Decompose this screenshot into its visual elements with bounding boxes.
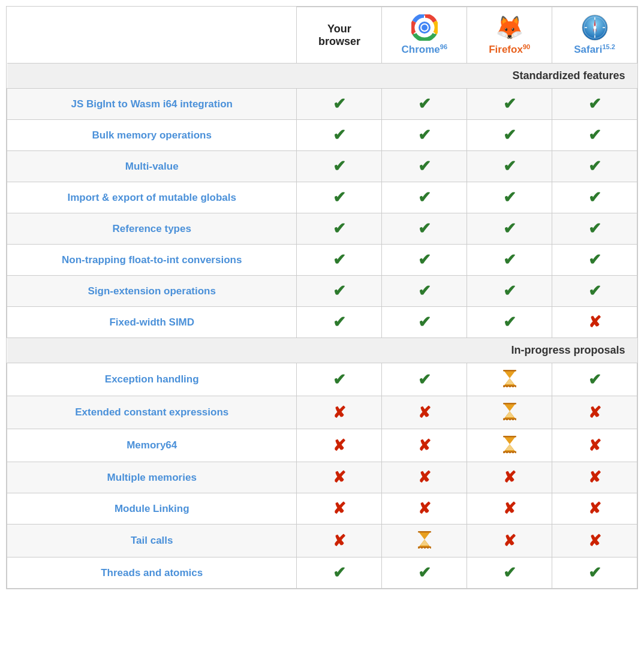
svg-marker-30	[505, 444, 514, 450]
table-row: Reference types✔✔✔✔	[7, 213, 637, 245]
cross-icon: ✘	[382, 429, 467, 462]
svg-marker-28	[504, 436, 516, 444]
firefox-version: 90	[523, 43, 530, 50]
check-icon: ✔	[552, 151, 637, 182]
safari-header: Safari15.2	[552, 7, 637, 64]
svg-rect-31	[503, 436, 516, 438]
svg-marker-18	[505, 378, 514, 384]
hourglass-icon	[382, 525, 467, 557]
table-row: Multiple memories✘✘✘✘	[7, 462, 637, 493]
check-icon: ✔	[467, 245, 552, 276]
firefox-header: 🦊 Firefox90	[467, 7, 552, 64]
your-browser-label: Yourbrowser	[318, 23, 360, 47]
check-icon: ✔	[552, 245, 637, 276]
feature-name: Multiple memories	[7, 462, 297, 493]
check-icon: ✔	[382, 120, 467, 151]
table-row: Non-trapping float-to-int conversions✔✔✔…	[7, 245, 637, 276]
check-icon: ✔	[297, 245, 382, 276]
check-icon: ✔	[297, 151, 382, 182]
cross-icon: ✘	[297, 396, 382, 429]
check-icon: ✔	[382, 307, 467, 338]
table-row: Tail calls✘ ✘✘	[7, 525, 637, 557]
cross-icon: ✘	[297, 493, 382, 525]
cross-icon: ✘	[552, 429, 637, 462]
feature-name: Extended constant expressions	[7, 396, 297, 429]
table-row: Memory64✘✘ ✘	[7, 429, 637, 462]
table-row: Bulk memory operations✔✔✔✔	[7, 120, 637, 151]
feature-name: Memory64	[7, 429, 297, 462]
cross-icon: ✘	[552, 493, 637, 525]
cross-icon: ✘	[297, 429, 382, 462]
check-icon: ✔	[382, 276, 467, 307]
feature-name: Module Linking	[7, 493, 297, 525]
safari-label: Safari	[574, 44, 602, 55]
check-icon: ✔	[467, 557, 552, 589]
check-icon: ✔	[467, 276, 552, 307]
safari-icon	[557, 14, 632, 41]
check-icon: ✔	[467, 120, 552, 151]
cross-icon: ✘	[552, 462, 637, 493]
svg-rect-19	[503, 370, 516, 372]
table-row: Threads and atomics✔✔✔✔	[7, 557, 637, 589]
chrome-version: 96	[440, 43, 447, 50]
hourglass-icon	[467, 363, 552, 396]
feature-name: Import & export of mutable globals	[7, 182, 297, 213]
section-header-row: In-progress proposals	[7, 338, 637, 363]
cross-icon: ✘	[297, 462, 382, 493]
chrome-label: Chrome	[402, 44, 440, 55]
table-row: Exception handling✔✔ ✔	[7, 363, 637, 396]
check-icon: ✔	[297, 120, 382, 151]
check-icon: ✔	[297, 89, 382, 120]
feature-name: Sign-extension operations	[7, 276, 297, 307]
check-icon: ✔	[297, 363, 382, 396]
svg-marker-22	[504, 403, 516, 411]
cross-icon: ✘	[382, 493, 467, 525]
your-browser-header: Yourbrowser	[297, 7, 382, 64]
check-icon: ✔	[552, 213, 637, 245]
safari-version: 15.2	[602, 43, 615, 50]
compatibility-table: Yourbrowser	[6, 6, 638, 589]
check-icon: ✔	[382, 213, 467, 245]
cross-icon: ✘	[382, 396, 467, 429]
feature-name: Tail calls	[7, 525, 297, 557]
chrome-icon	[387, 14, 462, 41]
section-header-row: Standardized features	[7, 64, 637, 89]
table-row: JS BigInt to Wasm i64 integration✔✔✔✔	[7, 89, 637, 120]
svg-point-15	[593, 26, 596, 29]
svg-marker-34	[419, 532, 431, 540]
cross-icon: ✘	[552, 525, 637, 557]
feature-name: Fixed-width SIMD	[7, 307, 297, 338]
check-icon: ✔	[552, 276, 637, 307]
svg-rect-25	[503, 403, 516, 405]
chrome-header: Chrome96	[382, 7, 467, 64]
check-icon: ✔	[467, 307, 552, 338]
firefox-label: Firefox	[489, 44, 523, 55]
cross-icon: ✘	[552, 307, 637, 338]
cross-icon: ✘	[467, 525, 552, 557]
svg-point-3	[422, 25, 428, 31]
check-icon: ✔	[382, 557, 467, 589]
svg-marker-16	[504, 370, 516, 378]
cross-icon: ✘	[467, 493, 552, 525]
table-row: Sign-extension operations✔✔✔✔	[7, 276, 637, 307]
svg-marker-24	[505, 411, 514, 417]
table-row: Extended constant expressions✘✘ ✘	[7, 396, 637, 429]
table-row: Multi-value✔✔✔✔	[7, 151, 637, 182]
feature-name: Multi-value	[7, 151, 297, 182]
check-icon: ✔	[467, 213, 552, 245]
cross-icon: ✘	[552, 396, 637, 429]
cross-icon: ✘	[467, 462, 552, 493]
feature-name: JS BigInt to Wasm i64 integration	[7, 89, 297, 120]
svg-rect-32	[503, 451, 516, 453]
check-icon: ✔	[552, 182, 637, 213]
check-icon: ✔	[297, 213, 382, 245]
check-icon: ✔	[467, 182, 552, 213]
table-row: Import & export of mutable globals✔✔✔✔	[7, 182, 637, 213]
feature-name: Threads and atomics	[7, 557, 297, 589]
svg-rect-37	[418, 531, 431, 533]
feature-name: Non-trapping float-to-int conversions	[7, 245, 297, 276]
check-icon: ✔	[552, 557, 637, 589]
check-icon: ✔	[382, 245, 467, 276]
svg-rect-38	[418, 547, 431, 548]
cross-icon: ✘	[382, 462, 467, 493]
